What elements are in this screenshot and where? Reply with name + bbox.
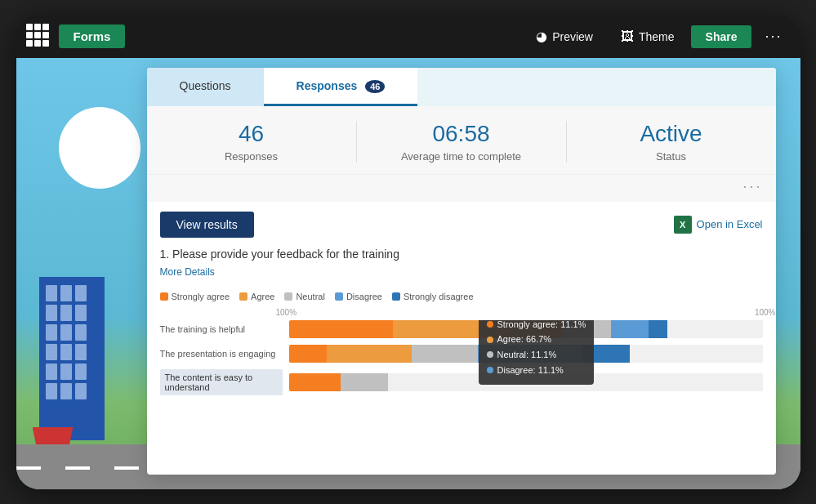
chart-tooltip: Strongly agree: 11.1%Agree: 66.7%Neutral… [479, 320, 595, 385]
preview-icon: ◕ [536, 29, 547, 44]
legend-item: Strongly agree [160, 292, 230, 301]
chart-row: The content is easy to understandStrongl… [160, 369, 763, 395]
sun-circle [59, 107, 140, 189]
nav-actions: ◕ Preview 🖼 Theme Share ··· [524, 24, 790, 49]
bar-segment [611, 320, 649, 338]
avg-time-label: Average time to complete [357, 150, 566, 163]
top-nav: Forms ◕ Preview 🖼 Theme Share ··· [16, 16, 800, 58]
share-button[interactable]: Share [691, 25, 752, 48]
stat-status: Active Status [567, 121, 776, 163]
responses-label: Responses [147, 150, 356, 163]
tooltip-item: Agree: 66.7% [487, 332, 586, 347]
more-button[interactable]: ··· [756, 25, 790, 48]
building-windows [39, 277, 105, 408]
chart-area: The training is helpfulThe presentation … [147, 320, 776, 475]
tooltip-item: Strongly agree: 11.1% [487, 320, 586, 332]
bar-segment [649, 320, 667, 338]
tooltip-item: Disagree: 11.1% [487, 363, 586, 378]
tab-questions[interactable]: Questions [147, 68, 264, 106]
bar-segment [289, 345, 327, 363]
legend-item: Agree [239, 292, 274, 301]
legend-item: Neutral [284, 292, 324, 301]
stat-responses: 46 Responses [147, 121, 356, 163]
preview-button[interactable]: ◕ Preview [524, 24, 604, 49]
bar-track: Strongly agree: 11.1%Agree: 66.7%Neutral… [289, 373, 763, 391]
tab-responses[interactable]: Responses 46 [264, 68, 418, 106]
chart-row: The presentation is engaging [160, 345, 763, 363]
bar-segment [412, 345, 478, 363]
grid-icon[interactable] [26, 24, 52, 50]
tabs-row: Questions Responses 46 [147, 68, 776, 106]
legend-row: Strongly agreeAgreeNeutralDisagreeStrong… [147, 285, 776, 308]
axis-left: 100% [276, 308, 755, 317]
stats-more-dots[interactable]: ··· [147, 175, 776, 202]
more-details-link[interactable]: More Details [160, 266, 215, 278]
legend-item: Disagree [335, 292, 382, 301]
responses-badge: 46 [365, 80, 385, 93]
theme-button[interactable]: 🖼 Theme [609, 25, 686, 49]
actions-row: View results X Open in Excel [147, 202, 776, 248]
stats-row: 46 Responses 06:58 Average time to compl… [147, 106, 776, 175]
chart-row: The training is helpful [160, 320, 763, 338]
device-frame: Forms ◕ Preview 🖼 Theme Share ··· [16, 16, 800, 489]
chart-row-label: The presentation is engaging [160, 349, 283, 359]
axis-right: 100% [755, 308, 776, 317]
chart-row-label: The content is easy to understand [160, 369, 283, 395]
legend-item: Strongly disagree [392, 292, 474, 301]
main-area: Questions Responses 46 46 Responses 06:5… [16, 58, 800, 489]
open-excel-button[interactable]: X Open in Excel [674, 216, 763, 234]
status-value: Active [567, 121, 776, 147]
brand-label[interactable]: Forms [59, 25, 126, 48]
question-section: 1. Please provide your feedback for the … [147, 248, 776, 285]
form-panel: Questions Responses 46 46 Responses 06:5… [147, 68, 776, 475]
stat-avg-time: 06:58 Average time to complete [357, 121, 566, 163]
chart-row-label: The training is helpful [160, 324, 283, 334]
bar-segment [327, 345, 412, 363]
question-title: 1. Please provide your feedback for the … [160, 248, 763, 261]
bar-segment [289, 320, 394, 338]
building-left [39, 277, 105, 440]
chart-axis: 100% 100% [276, 308, 776, 317]
avg-time-value: 06:58 [357, 121, 566, 147]
view-results-button[interactable]: View results [160, 212, 254, 238]
theme-icon: 🖼 [621, 29, 634, 44]
bar-segment [289, 373, 341, 391]
bar-segment [341, 373, 388, 391]
excel-icon: X [674, 216, 692, 234]
status-label: Status [567, 150, 776, 163]
responses-value: 46 [147, 121, 356, 147]
tooltip-item: Neutral: 11.1% [487, 347, 586, 363]
